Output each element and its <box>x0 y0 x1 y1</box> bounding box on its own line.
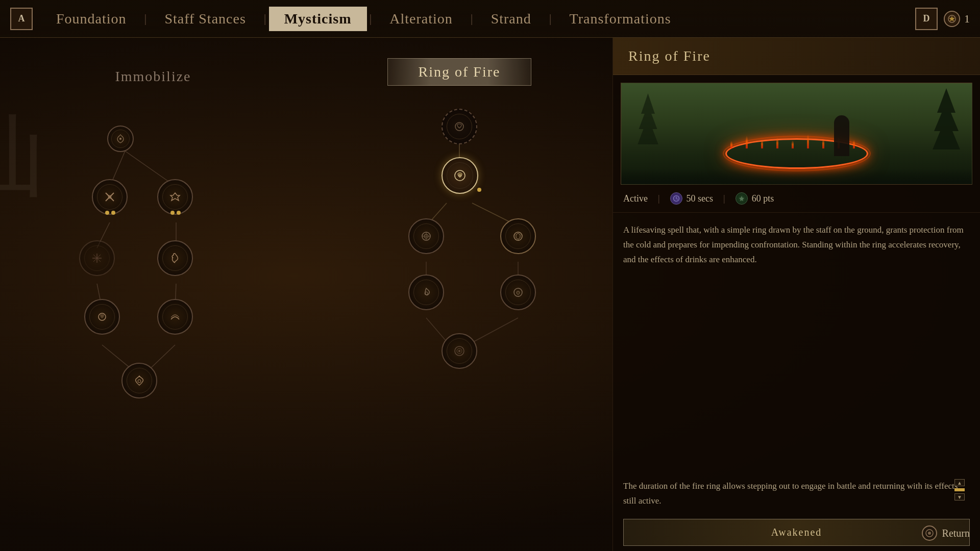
cost-icon <box>736 192 748 205</box>
nav-sep-4: | <box>468 12 476 26</box>
skill-points-display: 1 <box>944 11 970 27</box>
left-node-6[interactable] <box>157 299 193 335</box>
node-4-icon <box>162 245 188 271</box>
svg-point-9 <box>119 138 121 140</box>
node-2-dot-2 <box>177 211 181 215</box>
stat-sep-1: | <box>658 193 660 204</box>
left-tree-connections <box>13 126 293 534</box>
nav-sep-5: | <box>547 12 554 26</box>
return-button[interactable]: Return <box>922 525 970 541</box>
particle-3 <box>761 139 763 148</box>
middle-bottom-node[interactable] <box>442 333 477 369</box>
mid-right-2-icon <box>505 280 531 305</box>
selected-node-icon <box>447 162 473 189</box>
svg-point-38 <box>458 350 460 352</box>
node-7-icon <box>127 368 152 393</box>
particle-2 <box>746 136 748 148</box>
left-tree-top-node[interactable] <box>107 126 134 152</box>
top-node-inner <box>447 114 472 139</box>
nav-foundation[interactable]: Foundation <box>41 7 142 31</box>
left-node-3[interactable] <box>79 240 115 276</box>
scroll-up-button[interactable]: ▲ <box>954 479 965 486</box>
left-skill-tree: Immobilize <box>0 38 306 551</box>
svg-point-28 <box>458 174 461 177</box>
awakened-button[interactable]: Awakened <box>623 519 970 546</box>
node-2-icon <box>162 184 188 210</box>
detail-title: Ring of Fire <box>613 38 980 75</box>
node-2-dot-1 <box>170 211 175 215</box>
stat-sep-2: | <box>723 193 725 204</box>
left-tree-container <box>13 126 293 534</box>
nav-transformations[interactable]: Transformations <box>554 7 687 31</box>
left-node-2[interactable] <box>157 179 193 215</box>
return-icon <box>922 525 937 541</box>
svg-line-25 <box>471 318 518 343</box>
nav-sep-2: | <box>261 12 269 26</box>
left-tree-title: Immobilize <box>115 68 191 85</box>
nav-mysticism[interactable]: Mysticism <box>269 7 367 31</box>
middle-right-node-2[interactable] <box>500 274 536 310</box>
stat-duration-value: 50 secs <box>687 193 714 204</box>
nav-items: Foundation | Staff Stances | Mysticism |… <box>41 7 915 31</box>
tree-decoration-2 <box>636 93 659 144</box>
stat-status: Active <box>623 193 648 204</box>
node-3-icon <box>84 245 110 271</box>
stat-duration: 50 secs <box>670 192 714 205</box>
svg-point-43 <box>928 532 931 535</box>
ground-fog <box>621 169 972 184</box>
particle-7 <box>822 138 824 148</box>
node-5-icon <box>89 304 115 330</box>
extra-text: The duration of the fire ring allows ste… <box>623 481 958 506</box>
navigation-bar: A Foundation | Staff Stances | Mysticism… <box>0 0 980 38</box>
left-node-4[interactable] <box>157 240 193 276</box>
skill-points-value: 1 <box>964 12 970 26</box>
nav-alteration[interactable]: Alteration <box>374 7 468 31</box>
middle-selected-node[interactable] <box>442 157 478 194</box>
middle-top-node[interactable] <box>442 109 477 144</box>
duration-icon <box>670 192 682 205</box>
middle-skill-tree: Ring of Fire <box>306 38 612 551</box>
particle-5 <box>792 140 794 148</box>
nav-staff-stances[interactable]: Staff Stances <box>149 7 261 31</box>
svg-line-41 <box>676 198 678 199</box>
left-node-1[interactable] <box>92 179 128 215</box>
stat-cost: 60 pts <box>736 192 774 205</box>
scroll-thumb <box>954 488 965 491</box>
skill-points-icon <box>944 11 960 27</box>
return-label: Return <box>942 528 970 539</box>
nav-button-a[interactable]: A <box>10 8 33 30</box>
nav-sep-3: | <box>367 12 375 26</box>
node-6-icon <box>162 304 188 330</box>
top-node-icon <box>111 130 130 148</box>
detail-image <box>621 83 972 185</box>
main-content: Immobilize <box>0 38 980 551</box>
node-1-dot-2 <box>111 211 115 215</box>
scene <box>621 83 972 184</box>
middle-left-node-2[interactable] <box>408 274 444 310</box>
mid-left-2-icon <box>413 280 439 305</box>
node-1-icon <box>97 184 122 210</box>
middle-right-node-1[interactable] <box>500 218 536 254</box>
particle-9 <box>853 140 855 148</box>
particle-4 <box>776 137 778 148</box>
mid-bottom-icon <box>447 338 472 364</box>
middle-left-node-1[interactable] <box>408 218 444 254</box>
particle-6 <box>807 134 809 148</box>
detail-description-extra: The duration of the fire ring allows ste… <box>613 479 980 514</box>
stat-cost-value: 60 pts <box>752 193 774 204</box>
stat-status-label: Active <box>623 193 648 204</box>
selected-dot <box>477 188 481 192</box>
nav-strand[interactable]: Strand <box>476 7 547 31</box>
character-silhouette <box>834 115 849 156</box>
middle-tree-container <box>357 96 561 479</box>
nav-button-d[interactable]: D <box>915 8 938 30</box>
left-node-5[interactable] <box>84 299 120 335</box>
mid-right-1-icon <box>505 223 531 249</box>
left-node-7[interactable] <box>121 363 157 398</box>
particle-1 <box>730 141 732 148</box>
detail-panel: Ring of Fire <box>612 38 980 551</box>
scroll-indicator: ▲ ▼ <box>954 479 965 500</box>
detail-description: A lifesaving spell that, with a simple r… <box>613 213 980 479</box>
scroll-down-button[interactable]: ▼ <box>954 493 965 500</box>
node-1-dot-1 <box>105 211 109 215</box>
